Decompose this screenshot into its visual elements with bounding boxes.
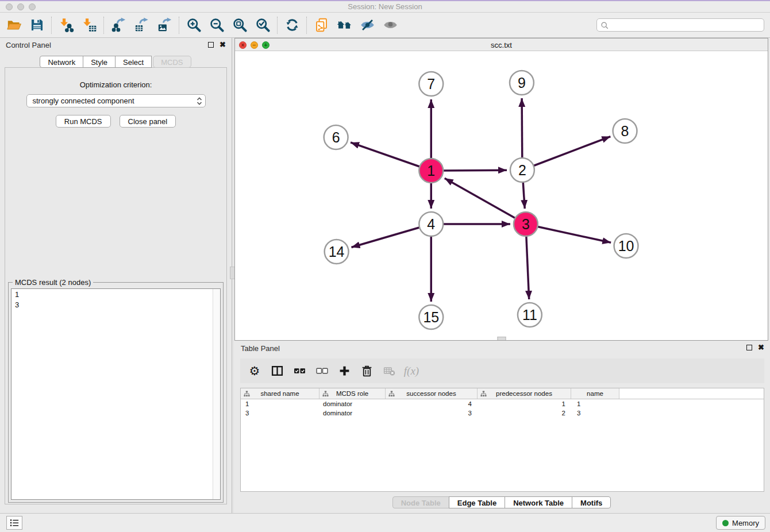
- node-1[interactable]: 1: [419, 159, 443, 183]
- node-3[interactable]: 3: [514, 212, 538, 236]
- column-header-name[interactable]: name: [571, 388, 619, 399]
- network-window-resize-grip[interactable]: [497, 337, 506, 340]
- svg-text:1: 1: [427, 163, 435, 179]
- node-2[interactable]: 2: [510, 158, 534, 182]
- toolbar-separator: [306, 17, 307, 34]
- column-label: predecessor nodes: [496, 390, 552, 397]
- close-panel-button[interactable]: Close panel: [120, 115, 176, 128]
- copy-current-view-button[interactable]: [310, 14, 333, 36]
- node-6[interactable]: 6: [324, 125, 348, 149]
- task-history-button[interactable]: [6, 516, 22, 530]
- refresh-view-button[interactable]: [280, 14, 303, 36]
- import-network-button[interactable]: [55, 14, 78, 36]
- memory-button[interactable]: Memory: [716, 516, 765, 530]
- node-7[interactable]: 7: [419, 72, 443, 96]
- cell-mcds-role: dominator: [319, 400, 386, 407]
- tab-node-table[interactable]: Node Table: [392, 496, 449, 508]
- edge-2-8[interactable]: [522, 137, 610, 170]
- export-table-button[interactable]: [130, 14, 153, 36]
- zoom-fit-icon: [232, 17, 248, 33]
- edge-1-6[interactable]: [351, 142, 431, 171]
- svg-text:3: 3: [522, 216, 530, 232]
- cell-successor-nodes: 4: [386, 400, 478, 407]
- delete-columns-button[interactable]: [358, 361, 375, 381]
- table-panel-close-button[interactable]: ✖: [758, 344, 764, 351]
- save-session-button[interactable]: [25, 14, 48, 36]
- mcds-result-title: MCDS result (2 nodes): [13, 278, 93, 287]
- network-graph[interactable]: 7968124314101511: [235, 51, 768, 340]
- deselect-all-rows-button[interactable]: [313, 361, 330, 381]
- edge-3-10[interactable]: [526, 224, 611, 242]
- function-builder-button[interactable]: f(x): [403, 361, 420, 381]
- mcds-result-list[interactable]: 1 3: [11, 288, 221, 500]
- node-11[interactable]: 11: [518, 303, 542, 327]
- show-all-button[interactable]: [379, 14, 402, 36]
- column-type-icon: [480, 391, 487, 397]
- select-all-icon: [294, 365, 306, 377]
- column-header-shared-name[interactable]: shared name: [241, 388, 319, 399]
- toolbar-separator: [103, 17, 104, 34]
- select-all-rows-button[interactable]: [291, 361, 308, 381]
- node-15[interactable]: 15: [419, 305, 443, 329]
- column-header-predecessor-nodes[interactable]: predecessor nodes: [478, 388, 571, 399]
- table-panel-tabs: Node Table Edge Table Network Table Moti…: [234, 496, 770, 508]
- memory-label: Memory: [732, 519, 759, 527]
- zoom-out-button[interactable]: [205, 14, 228, 36]
- node-table[interactable]: shared name MCDS role: [240, 388, 764, 492]
- node-8[interactable]: 8: [613, 119, 637, 143]
- copy-view-icon: [314, 17, 329, 33]
- result-scrollbar[interactable]: [213, 289, 220, 499]
- column-type-icon: [388, 391, 395, 397]
- edge-3-1[interactable]: [445, 178, 526, 224]
- table-settings-button[interactable]: ⚙: [246, 361, 263, 381]
- main-area: Control Panel ✖ Network Style Select MCD…: [0, 38, 770, 513]
- control-panel-header: Control Panel ✖: [0, 38, 232, 53]
- create-column-button[interactable]: [336, 361, 353, 381]
- svg-text:9: 9: [518, 75, 526, 91]
- control-panel: Control Panel ✖ Network Style Select MCD…: [0, 38, 232, 513]
- tab-network[interactable]: Network: [40, 56, 83, 68]
- zoom-selected-button[interactable]: [251, 14, 274, 36]
- open-session-button[interactable]: [2, 14, 25, 36]
- node-4[interactable]: 4: [419, 212, 443, 236]
- column-header-successor-nodes[interactable]: successor nodes: [386, 388, 478, 399]
- tab-edge-table[interactable]: Edge Table: [449, 496, 505, 508]
- show-columns-button[interactable]: [268, 361, 286, 381]
- column-label: successor nodes: [406, 390, 456, 397]
- export-image-icon: [157, 17, 172, 33]
- tab-mcds[interactable]: MCDS: [153, 56, 191, 68]
- tab-select[interactable]: Select: [115, 56, 152, 68]
- zoom-fit-button[interactable]: [228, 14, 251, 36]
- node-9[interactable]: 9: [510, 71, 534, 95]
- tab-network-table[interactable]: Network Table: [505, 496, 572, 508]
- table-row[interactable]: 1 dominator 4 1 1: [241, 399, 764, 408]
- network-canvas[interactable]: 7968124314101511: [235, 51, 768, 340]
- search-box[interactable]: [596, 18, 764, 32]
- table-panel-float-button[interactable]: [746, 345, 752, 350]
- plus-icon: [338, 365, 351, 377]
- column-header-mcds-role[interactable]: MCDS role: [319, 388, 386, 399]
- list-icon: [9, 518, 20, 527]
- delete-table-button[interactable]: [380, 361, 398, 381]
- export-table-icon: [134, 17, 149, 33]
- tab-style[interactable]: Style: [83, 56, 116, 68]
- control-panel-float-button[interactable]: [208, 42, 214, 48]
- reset-view-button[interactable]: [333, 14, 356, 36]
- hide-selected-button[interactable]: [356, 14, 379, 36]
- column-label: name: [587, 390, 603, 397]
- tab-motifs[interactable]: Motifs: [572, 496, 611, 508]
- control-panel-close-button[interactable]: ✖: [220, 41, 226, 48]
- optimization-criterion-select[interactable]: strongly connected component: [26, 94, 206, 107]
- export-network-button[interactable]: [107, 14, 130, 36]
- cell-predecessor-nodes: 2: [478, 410, 571, 417]
- titlebar-accent: [0, 0, 770, 1]
- run-mcds-button[interactable]: Run MCDS: [56, 115, 111, 128]
- zoom-in-button[interactable]: [182, 14, 205, 36]
- optimization-criterion-label: Optimization criterion:: [5, 80, 226, 89]
- export-image-button[interactable]: [153, 14, 176, 36]
- search-input[interactable]: [609, 21, 760, 29]
- node-14[interactable]: 14: [325, 240, 349, 264]
- table-row[interactable]: 3 dominator 3 2 3: [241, 408, 764, 418]
- node-10[interactable]: 10: [614, 234, 638, 258]
- import-table-button[interactable]: [78, 14, 101, 36]
